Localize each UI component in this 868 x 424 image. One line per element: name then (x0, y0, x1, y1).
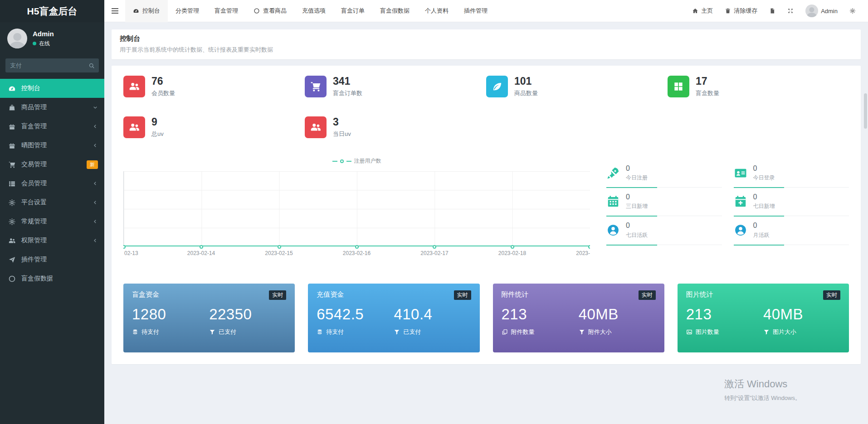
sidebar-item-fake-data[interactable]: 盲盒假数据 (0, 269, 104, 288)
mini-stat-today-login: 0 今日登录 (734, 159, 849, 188)
user-menu-label: Admin (821, 8, 838, 14)
stats-row-1: 76 会员数量 341 盲盒订单数 101 商品数量 17 盲盒数量 (123, 76, 849, 97)
page-title: 控制台 (120, 34, 853, 43)
content-area: 控制台 用于展示当前系统中的统计数据、统计报表及重要实时数据 76 会员数量 3… (104, 22, 868, 424)
card-value-label: 附件大小 (588, 328, 612, 336)
funnel-icon (579, 329, 585, 335)
windows-watermark: 激活 Windows 转到“设置”以激活 Windows。 (724, 377, 801, 402)
tab-label: 个人资料 (425, 7, 449, 15)
tab-profile[interactable]: 个人资料 (417, 0, 456, 22)
mini-stat-7day-new: 0 七日新增 (734, 188, 849, 216)
tab-categories[interactable]: 分类管理 (168, 0, 207, 22)
settings-button[interactable] (844, 0, 862, 22)
chart-x-tick: 2023-02-17 (420, 250, 448, 256)
bag-icon (8, 104, 16, 111)
sidebar-item-blindbox[interactable]: 盲盒管理 (0, 117, 104, 136)
chevron-left-icon (93, 238, 98, 243)
tab-recharge-options[interactable]: 充值选项 (294, 0, 333, 22)
mini-value: 0 (626, 164, 648, 173)
tab-plugins[interactable]: 插件管理 (456, 0, 495, 22)
tab-blindbox[interactable]: 盲盒管理 (207, 0, 246, 22)
users-icon (8, 237, 16, 245)
chart-point (123, 245, 126, 249)
stat-label: 当日uv (333, 130, 351, 138)
money-cards: 盲盒资金 实时 1280 待支付 22350 已支付 充值资金 实时 6542.… (123, 284, 849, 352)
gear-icon (849, 8, 856, 14)
chart-legend[interactable]: 注册用户数 (123, 157, 590, 165)
sidebar-item-general[interactable]: 常规管理 (0, 212, 104, 231)
sidebar-item-trade[interactable]: 交易管理 新 (0, 155, 104, 174)
sidebar-item-photos[interactable]: 晒图管理 (0, 136, 104, 155)
app-logo: H5盲盒后台 (0, 0, 104, 22)
document-button[interactable] (763, 0, 781, 22)
stat-label: 商品数量 (514, 89, 538, 97)
chart-point (511, 245, 514, 249)
sidebar-item-platform-settings[interactable]: 平台设置 (0, 193, 104, 212)
stat-label: 盲盒订单数 (333, 89, 362, 97)
chevron-down-icon (93, 105, 98, 110)
user-menu[interactable]: Admin (800, 0, 844, 22)
sidebar-search-input[interactable] (5, 58, 99, 72)
tab-view-products[interactable]: 查看商品 (246, 0, 294, 22)
tab-label: 分类管理 (176, 7, 199, 15)
topnav-tabs: 控制台 分类管理 盲盒管理 查看商品 充值选项 盲盒订单 盲盒假数据 个人资料 … (125, 0, 495, 22)
users-icon (305, 116, 327, 138)
sidebar-item-label: 常规管理 (21, 217, 87, 226)
chart-point (278, 245, 281, 249)
chevron-left-icon (93, 200, 98, 205)
funnel-icon (209, 329, 215, 335)
chart-plot (123, 171, 590, 246)
avatar (805, 5, 818, 17)
id-card-icon (734, 166, 747, 180)
sidebar-item-label: 平台设置 (21, 198, 87, 207)
user-circle-icon (734, 223, 747, 237)
calendar-plus-icon (734, 195, 747, 208)
online-dot-icon (33, 42, 36, 45)
chart-x-tick: 2023-02-16 (343, 250, 371, 256)
funnel-icon (763, 329, 770, 335)
tab-label: 盲盒订单 (341, 7, 365, 15)
sidebar-item-products[interactable]: 商品管理 (0, 98, 104, 117)
chart-x-tick: 2023-02-19 (576, 250, 590, 256)
sidebar-item-label: 权限管理 (21, 236, 87, 245)
legend-marker-icon (340, 159, 344, 163)
fullscreen-button[interactable] (781, 0, 800, 22)
tab-fake-data[interactable]: 盲盒假数据 (372, 0, 417, 22)
sidebar-item-plugins[interactable]: 插件管理 (0, 250, 104, 269)
mini-value: 0 (753, 193, 775, 201)
scrollbar-thumb[interactable] (864, 93, 867, 129)
home-button[interactable]: 主页 (686, 0, 719, 22)
sidebar-item-members[interactable]: 会员管理 (0, 174, 104, 193)
page-subtitle: 用于展示当前系统中的统计数据、统计报表及重要实时数据 (120, 46, 853, 54)
sidebar-item-label: 插件管理 (21, 255, 98, 264)
stat-orders: 341 盲盒订单数 (305, 76, 486, 97)
legend-line-icon (346, 161, 351, 162)
card-value: 213 (686, 306, 763, 323)
mini-stat-3day-new: 0 三日新增 (606, 188, 722, 216)
sidebar-item-permissions[interactable]: 权限管理 (0, 231, 104, 250)
card-title: 充值资金 (317, 290, 344, 299)
card-value: 213 (502, 306, 579, 323)
stats-row-2: 9 总uv 3 当日uv (123, 116, 849, 138)
page-header: 控制台 用于展示当前系统中的统计数据、统计报表及重要实时数据 (112, 29, 861, 59)
hamburger-icon[interactable] (104, 0, 125, 22)
user-avatar[interactable] (7, 29, 27, 48)
chart-x-tick: 2023-02-18 (498, 250, 526, 256)
tab-orders[interactable]: 盲盒订单 (333, 0, 372, 22)
rocket-icon (606, 166, 620, 180)
card-value-label: 待支付 (141, 328, 159, 336)
stat-value: 3 (333, 116, 351, 128)
tab-label: 查看商品 (263, 7, 287, 15)
sidebar-item-dashboard[interactable]: 控制台 (0, 79, 104, 98)
legend-label: 注册用户数 (354, 157, 381, 165)
mini-value: 0 (626, 193, 648, 201)
tab-dashboard[interactable]: 控制台 (125, 0, 168, 22)
card-recharge-funds: 充值资金 实时 6542.5 待支付 410.4 已支付 (308, 284, 479, 352)
tab-label: 充值选项 (302, 7, 326, 15)
search-icon[interactable] (87, 61, 96, 70)
clear-cache-button[interactable]: 清除缓存 (719, 0, 763, 22)
gear-icon (8, 199, 16, 207)
watermark-line1: 激活 Windows (724, 377, 801, 391)
stat-value: 101 (514, 76, 538, 87)
calendar-icon (606, 195, 620, 208)
